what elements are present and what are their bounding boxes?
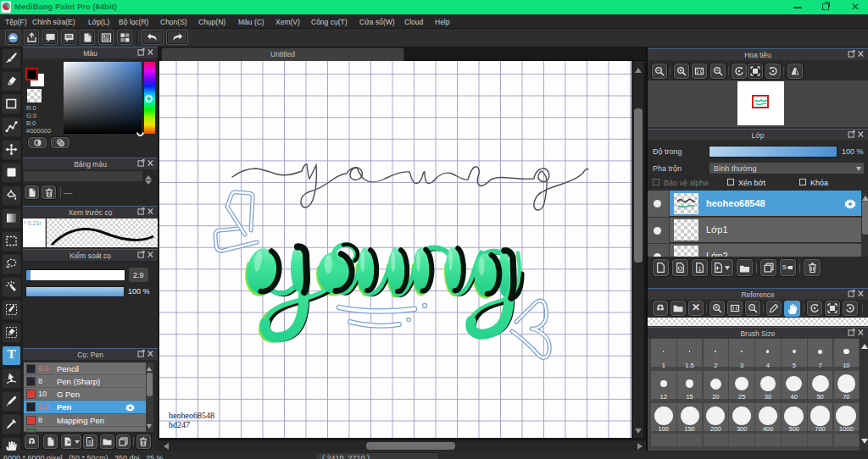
svg-text:1: 1	[698, 266, 702, 273]
svg-text:5: 5	[782, 263, 787, 271]
svg-text:S: S	[88, 440, 92, 445]
